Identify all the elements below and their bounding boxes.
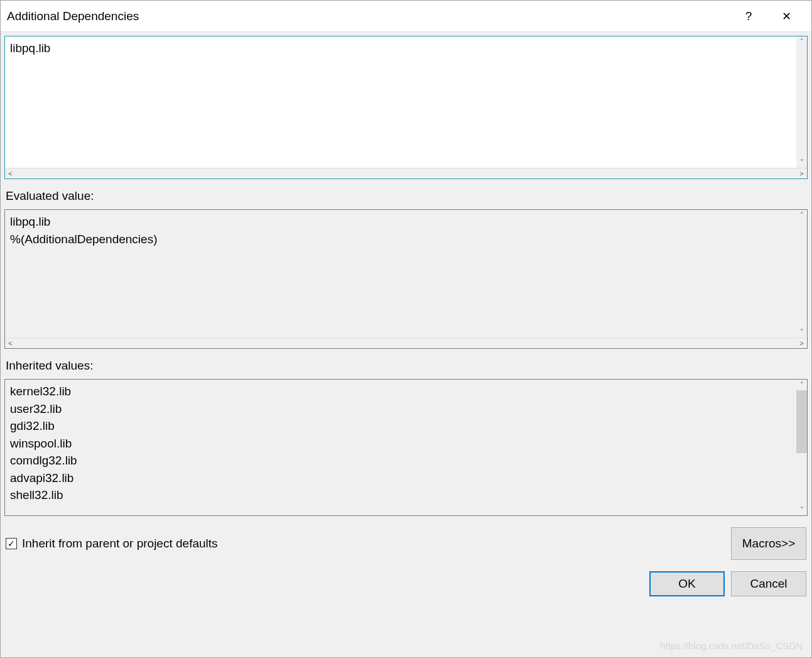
options-row: ✓ Inherit from parent or project default… bbox=[4, 527, 808, 560]
scroll-up-icon: ˄ bbox=[796, 380, 807, 390]
help-button[interactable]: ? bbox=[730, 1, 767, 32]
dialog: Additional Dependencies ? ✕ ˄ ˅ < > Eval… bbox=[0, 0, 812, 658]
scroll-down-icon: ˅ bbox=[796, 505, 807, 515]
macros-button[interactable]: Macros>> bbox=[731, 527, 806, 560]
vertical-scrollbar[interactable]: ˄ ˅ bbox=[796, 380, 807, 515]
close-button[interactable]: ✕ bbox=[767, 1, 805, 32]
titlebar: Additional Dependencies ? ✕ bbox=[1, 1, 811, 32]
evaluated-value-wrapper: libpq.lib %(AdditionalDependencies) ˄ ˅ … bbox=[4, 209, 808, 349]
cancel-button[interactable]: Cancel bbox=[731, 571, 806, 596]
evaluated-value-label: Evaluated value: bbox=[6, 189, 808, 203]
dialog-title: Additional Dependencies bbox=[7, 9, 730, 23]
vertical-scrollbar[interactable]: ˄ ˅ bbox=[796, 36, 807, 168]
scroll-down-icon: ˅ bbox=[796, 327, 807, 337]
scroll-left-icon: < bbox=[5, 338, 16, 349]
horizontal-scrollbar[interactable]: < > bbox=[5, 168, 807, 178]
inherit-checkbox-label: Inherit from parent or project defaults bbox=[22, 537, 218, 551]
ok-button[interactable]: OK bbox=[649, 571, 725, 596]
inherit-checkbox-row[interactable]: ✓ Inherit from parent or project default… bbox=[6, 537, 218, 551]
scroll-up-icon: ˄ bbox=[796, 210, 807, 221]
scroll-right-icon: > bbox=[796, 168, 807, 179]
inherit-checkbox[interactable]: ✓ bbox=[6, 538, 17, 549]
dependencies-input[interactable] bbox=[5, 36, 796, 168]
scroll-down-icon: ˅ bbox=[796, 157, 807, 168]
action-buttons-row: OK Cancel bbox=[4, 571, 808, 596]
inherited-values-text: kernel32.lib user32.lib gdi32.lib winspo… bbox=[5, 380, 796, 515]
vertical-scrollbar[interactable]: ˄ ˅ bbox=[796, 210, 807, 337]
scroll-left-icon: < bbox=[5, 168, 16, 179]
inherited-values-wrapper: kernel32.lib user32.lib gdi32.lib winspo… bbox=[4, 379, 808, 516]
scroll-up-icon: ˄ bbox=[796, 36, 807, 47]
evaluated-value-text: libpq.lib %(AdditionalDependencies) bbox=[5, 210, 796, 337]
scrollbar-thumb[interactable] bbox=[796, 390, 807, 453]
content-area: ˄ ˅ < > Evaluated value: libpq.lib %(Add… bbox=[1, 32, 811, 657]
horizontal-scrollbar[interactable]: < > bbox=[5, 337, 807, 348]
inherited-values-label: Inherited values: bbox=[6, 359, 808, 373]
dependencies-editor-wrapper: ˄ ˅ < > bbox=[4, 36, 808, 179]
scroll-right-icon: > bbox=[796, 338, 807, 349]
